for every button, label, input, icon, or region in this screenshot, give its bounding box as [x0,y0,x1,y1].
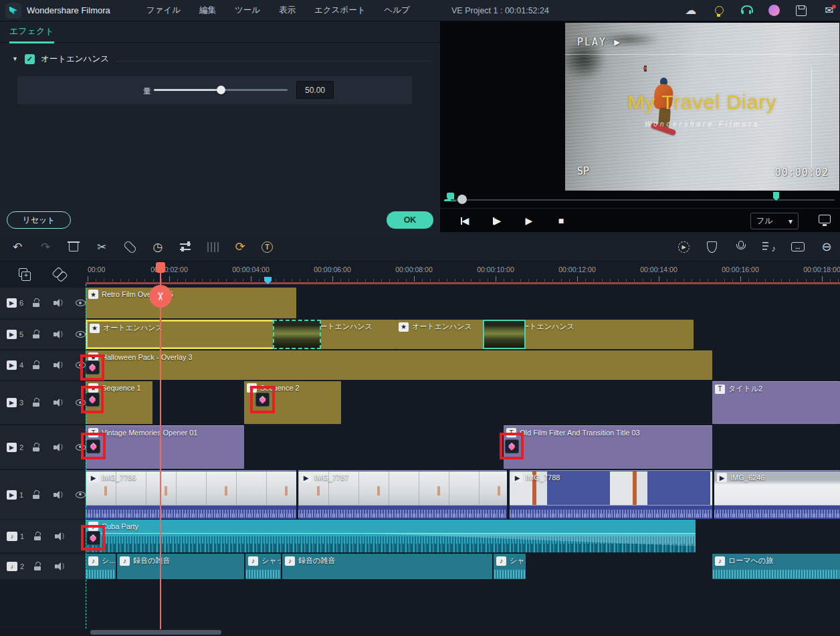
mail-icon[interactable]: ✉ [823,4,836,17]
timeline-clip[interactable]: ♪シャ... [494,554,526,579]
denoise-icon[interactable] [207,242,219,252]
transition-thumbnail[interactable] [273,320,321,349]
previous-frame-button[interactable]: ◀ [457,215,472,226]
speaker-icon[interactable]: ) [54,443,64,451]
speed-icon[interactable]: ◷ [151,240,165,253]
video-track-icon[interactable]: ▶ [7,398,17,407]
text-to-speech-icon[interactable]: T [261,241,273,253]
timeline-clip[interactable]: ★Halloween Pack - Overlay 3 [86,350,712,380]
slider-thumb[interactable] [217,86,225,94]
playhead-scissors-icon[interactable]: ✂ [149,285,172,308]
lock-icon[interactable] [32,443,39,452]
undo-icon[interactable]: ↶ [11,240,24,253]
timeline-ruler[interactable]: 00:0000:00:02:0000:00:04:0000:00:06:0000… [86,262,840,284]
video-track-icon[interactable]: ▶ [7,360,17,370]
lock-icon[interactable] [32,360,39,370]
speaker-icon[interactable]: ) [55,532,66,540]
motion-track-icon[interactable]: ⟳ [233,240,247,253]
duplicate-icon[interactable] [17,267,31,280]
effect-enabled-checkbox[interactable]: ✓ [25,54,35,64]
horizontal-scrollbar[interactable] [0,629,840,636]
zoom-out-icon[interactable]: ⊖ [820,240,833,253]
timeline-clip[interactable]: ♪録音の雑音 [117,554,244,579]
transition-thumbnail[interactable] [483,320,526,349]
audio-track-icon[interactable]: ♪ [7,562,17,571]
reset-button[interactable]: リセット [7,211,71,229]
bulb-icon[interactable] [712,4,726,17]
menu-item-3[interactable]: ツール [225,5,270,16]
scrollbar-thumb[interactable] [90,630,221,635]
speaker-icon[interactable]: ) [54,330,64,338]
timeline-clip[interactable]: ★オートエンハンス [86,320,296,349]
stop-button[interactable]: ■ [554,215,568,226]
timeline-clip[interactable]: ▶IMG_7787 [298,470,507,519]
speaker-icon[interactable]: ) [54,491,64,499]
menu-item-5[interactable]: エクスポート [305,5,375,16]
speaker-icon[interactable]: ) [54,361,64,369]
label-icon[interactable] [123,240,136,253]
amount-value-field[interactable]: 50.00 [296,81,334,99]
video-track-icon[interactable]: ▶ [7,330,17,339]
marker-icon[interactable] [705,240,718,253]
timeline-clip[interactable]: ♪Cuba Party [86,520,696,552]
lock-icon[interactable] [32,330,39,339]
audio-mixer-icon[interactable]: ♪ [762,240,776,253]
delete-icon[interactable] [67,240,80,253]
audio-track-icon[interactable]: ♪ [7,532,17,541]
menu-item-1[interactable]: ファイル [137,5,190,16]
fit-timeline-icon[interactable]: ↔ [791,242,805,251]
menu-item-6[interactable]: ヘルプ [375,5,419,16]
amount-slider[interactable] [154,89,288,91]
lock-icon[interactable] [32,398,39,407]
cloud-icon[interactable]: ☁ [684,4,698,17]
lock-icon[interactable] [33,532,41,541]
video-track-icon[interactable]: ▶ [7,443,17,452]
preview-scrubber[interactable] [440,191,840,208]
video-track-icon[interactable]: ▶ [7,298,17,308]
lock-icon[interactable] [33,562,41,571]
timeline-clip[interactable]: ★Retro Film Overlay 15 [86,288,296,318]
timeline-clip[interactable]: ★オートエンハンス [498,320,694,349]
fullscreen-monitor-icon[interactable] [819,215,831,223]
lock-icon[interactable] [32,298,39,308]
ok-button[interactable]: OK [387,211,433,229]
lock-icon[interactable] [32,490,39,500]
speaker-icon[interactable]: ) [54,299,64,307]
speaker-icon[interactable]: ) [55,562,66,570]
timeline-clip[interactable]: TVintage Memories Opener 01 [86,425,244,469]
speaker-icon[interactable]: ) [54,399,64,407]
timeline-clip[interactable]: Tタイトル2 [712,381,840,424]
menu-item-4[interactable]: 表示 [270,5,305,16]
render-preview-icon[interactable]: ▶ [678,241,690,253]
preview-quality-select[interactable]: フル▾ [750,213,799,229]
split-icon[interactable]: ✂ [95,240,108,253]
timeline-clip[interactable]: ♪録音の雑音 [282,554,492,579]
timeline-clip[interactable]: ▶IMG_6246 [714,470,840,519]
avatar[interactable] [768,5,780,16]
tab-effects[interactable]: エフェクト [9,25,54,43]
video-track-icon[interactable]: ▶ [7,490,17,500]
redo-icon[interactable]: ↷ [39,240,52,253]
timeline-clip[interactable]: ♪シャッ... [245,554,281,579]
timeline-clip[interactable]: ▶IMG_7788 [510,470,712,519]
eye-icon[interactable] [76,300,86,306]
adjust-icon[interactable] [179,240,193,253]
timeline-clip[interactable]: TOld Film Filter And Transition Title 03 [504,425,712,469]
menu-item-2[interactable]: 編集 [190,5,225,16]
app-logo[interactable] [5,3,21,19]
link-icon[interactable] [54,267,67,280]
play-button[interactable]: ▶ [522,215,536,226]
save-icon[interactable] [795,4,808,17]
playhead-handle[interactable] [156,262,165,273]
eye-icon[interactable] [76,331,86,338]
voiceover-icon[interactable] [734,240,747,253]
scrubber-playhead[interactable] [457,195,467,204]
eye-icon[interactable] [76,492,86,498]
timeline-clip[interactable]: ♪シ... [86,554,116,579]
playhead-line[interactable] [160,262,161,629]
support-icon[interactable] [740,4,754,17]
collapse-caret-icon[interactable]: ▼ [12,56,18,62]
timeline-clip[interactable]: ♪ローマへの旅 [712,554,840,579]
timeline-clip[interactable]: ▶IMG_7786 [86,470,296,519]
next-frame-button[interactable]: ▶ [490,215,504,226]
